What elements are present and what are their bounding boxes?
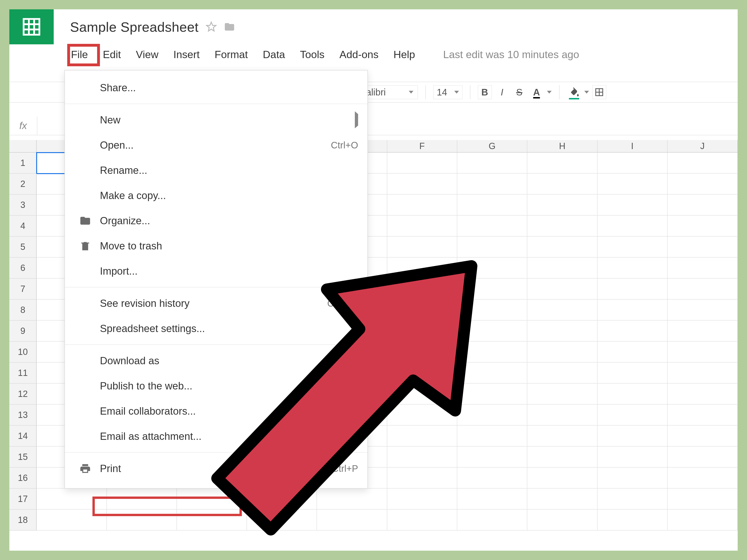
- cell[interactable]: [457, 237, 527, 258]
- cell[interactable]: [457, 258, 527, 278]
- cell[interactable]: [598, 510, 668, 531]
- cell[interactable]: [527, 342, 597, 363]
- cell[interactable]: [527, 195, 597, 216]
- cell[interactable]: [668, 258, 738, 278]
- menu-item-import[interactable]: Import...: [65, 259, 367, 284]
- cell[interactable]: [457, 363, 527, 383]
- cell[interactable]: [387, 153, 457, 174]
- fill-color-button[interactable]: [567, 85, 581, 99]
- cell[interactable]: [598, 153, 668, 174]
- menu-item-print[interactable]: Print Ctrl+P: [65, 456, 367, 481]
- column-header[interactable]: I: [598, 140, 668, 152]
- row-header[interactable]: 9: [9, 321, 37, 342]
- cell[interactable]: [598, 342, 668, 363]
- cell[interactable]: [668, 278, 738, 300]
- cell[interactable]: [598, 405, 668, 426]
- cell[interactable]: [668, 510, 738, 531]
- cell[interactable]: [527, 468, 597, 488]
- cell[interactable]: [107, 488, 177, 510]
- cell[interactable]: [457, 321, 527, 342]
- cell[interactable]: [527, 278, 597, 300]
- cell[interactable]: [247, 510, 317, 531]
- menu-file[interactable]: File: [70, 47, 89, 62]
- menu-item-publish-web[interactable]: Publish to the web...: [65, 373, 367, 399]
- cell[interactable]: [527, 488, 597, 510]
- cell[interactable]: [527, 510, 597, 531]
- cell[interactable]: [107, 510, 177, 531]
- cell[interactable]: [387, 195, 457, 216]
- cell[interactable]: [527, 153, 597, 174]
- menu-item-make-copy[interactable]: Make a copy...: [65, 183, 367, 208]
- menu-view[interactable]: View: [135, 47, 159, 62]
- cell[interactable]: [668, 300, 738, 321]
- cell[interactable]: [598, 195, 668, 216]
- cell[interactable]: [317, 510, 387, 531]
- cell[interactable]: [598, 468, 668, 488]
- cell[interactable]: [387, 426, 457, 447]
- borders-button[interactable]: [592, 85, 606, 99]
- row-header[interactable]: 11: [9, 363, 37, 383]
- row-header[interactable]: 5: [9, 237, 37, 258]
- cell[interactable]: [527, 216, 597, 237]
- cell[interactable]: [527, 174, 597, 195]
- column-header[interactable]: J: [668, 140, 738, 152]
- cell[interactable]: [387, 363, 457, 383]
- cell[interactable]: [387, 510, 457, 531]
- menu-format[interactable]: Format: [213, 47, 249, 62]
- cell[interactable]: [668, 321, 738, 342]
- cell[interactable]: [387, 405, 457, 426]
- menu-tools[interactable]: Tools: [299, 47, 326, 62]
- cell[interactable]: [527, 321, 597, 342]
- cell[interactable]: [527, 426, 597, 447]
- menu-item-spreadsheet-settings[interactable]: Spreadsheet settings...: [65, 316, 367, 341]
- sheets-logo[interactable]: [9, 9, 54, 44]
- row-header[interactable]: 17: [9, 488, 37, 510]
- menu-item-rename[interactable]: Rename...: [65, 158, 367, 183]
- cell[interactable]: [668, 237, 738, 258]
- menu-item-open[interactable]: Open... Ctrl+O: [65, 133, 367, 158]
- cell[interactable]: [457, 342, 527, 363]
- cell[interactable]: [457, 447, 527, 468]
- font-size-dropdown[interactable]: 14: [433, 85, 462, 99]
- menu-item-move-to-trash[interactable]: Move to trash: [65, 233, 367, 259]
- cell[interactable]: [387, 383, 457, 405]
- cell[interactable]: [37, 510, 107, 531]
- menu-data[interactable]: Data: [262, 47, 286, 62]
- cell[interactable]: [527, 363, 597, 383]
- chevron-down-icon[interactable]: [584, 91, 589, 94]
- cell[interactable]: [527, 405, 597, 426]
- menu-addons[interactable]: Add-ons: [338, 47, 380, 62]
- cell[interactable]: [247, 488, 317, 510]
- cell[interactable]: [598, 488, 668, 510]
- cell[interactable]: [668, 405, 738, 426]
- cell[interactable]: [668, 426, 738, 447]
- cell[interactable]: [598, 321, 668, 342]
- row-header[interactable]: 1: [9, 153, 37, 174]
- cell[interactable]: [668, 174, 738, 195]
- cell[interactable]: [457, 468, 527, 488]
- select-all-cell[interactable]: [9, 140, 37, 152]
- cell[interactable]: [527, 447, 597, 468]
- row-header[interactable]: 15: [9, 447, 37, 468]
- cell[interactable]: [668, 195, 738, 216]
- cell[interactable]: [598, 258, 668, 278]
- menu-item-organize[interactable]: Organize...: [65, 208, 367, 233]
- cell[interactable]: [668, 153, 738, 174]
- cell[interactable]: [177, 488, 247, 510]
- folder-icon[interactable]: [224, 21, 235, 32]
- cell[interactable]: [387, 258, 457, 278]
- star-icon[interactable]: [206, 21, 217, 32]
- row-header[interactable]: 8: [9, 300, 37, 321]
- row-header[interactable]: 14: [9, 426, 37, 447]
- cell[interactable]: [457, 488, 527, 510]
- row-header[interactable]: 12: [9, 383, 37, 405]
- cell[interactable]: [387, 321, 457, 342]
- menu-item-revision-history[interactable]: See revision history Ctrl+Alt: [65, 291, 367, 316]
- cell[interactable]: [598, 216, 668, 237]
- menu-item-share[interactable]: Share...: [65, 75, 367, 100]
- cell[interactable]: [37, 488, 107, 510]
- row-header[interactable]: 2: [9, 174, 37, 195]
- cell[interactable]: [527, 383, 597, 405]
- cell[interactable]: [387, 488, 457, 510]
- column-header[interactable]: F: [387, 140, 457, 152]
